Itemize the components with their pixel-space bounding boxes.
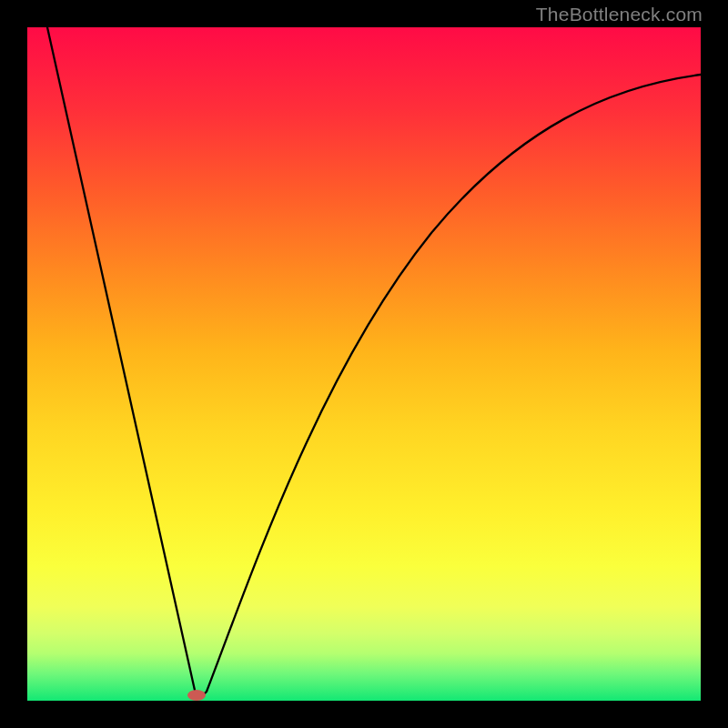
plot-area (27, 27, 701, 701)
attribution-text: TheBottleneck.com (536, 4, 703, 25)
chart-frame: TheBottleneck.com (0, 0, 728, 728)
